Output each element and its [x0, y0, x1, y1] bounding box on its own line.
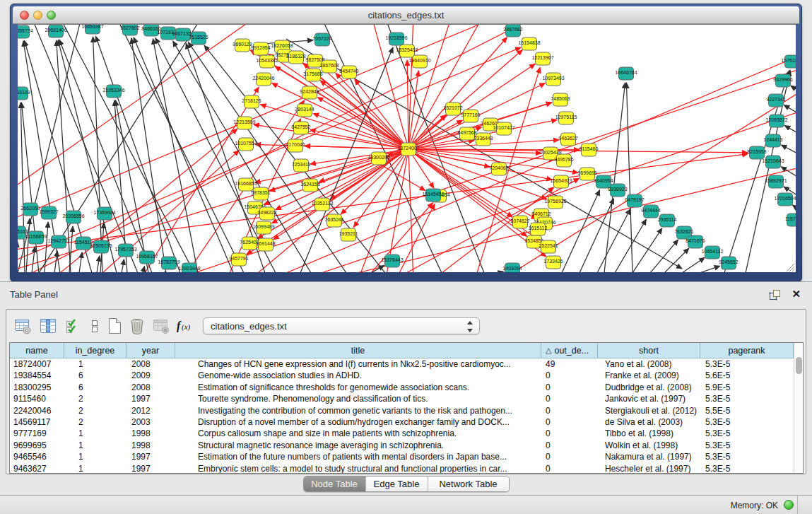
graph-node[interactable]: 22420046	[252, 73, 274, 86]
graph-node[interactable]: 1935211	[339, 228, 358, 241]
graph-node[interactable]: 17957253	[114, 244, 136, 257]
graph-node[interactable]: 16648784	[615, 67, 637, 80]
table-cell[interactable]: Structural magnetic resonance image aver…	[175, 440, 541, 451]
graph-node[interactable]: 2718126	[242, 95, 261, 108]
table-cell[interactable]: 1	[64, 358, 126, 370]
table-cell[interactable]: 9699695	[10, 440, 64, 451]
graph-node[interactable]: 15376443	[381, 255, 403, 267]
graph-node[interactable]: 8454749	[339, 66, 358, 78]
row-check-icon[interactable]	[64, 317, 83, 335]
graph-node[interactable]: 15892971	[765, 175, 787, 188]
table-cell[interactable]: 1	[64, 451, 126, 462]
graph-node[interactable]: 9329966	[773, 74, 792, 87]
graph-node[interactable]: 7253411	[292, 159, 311, 172]
table-cell[interactable]: 14569117	[10, 416, 64, 428]
table-cell[interactable]: Dudbridge et al. (2008)	[598, 382, 700, 393]
table-cell[interactable]: 1	[64, 428, 126, 439]
table-cell[interactable]: Estimation of significance thresholds fo…	[175, 382, 541, 393]
graph-node[interactable]: 16099489	[252, 221, 274, 234]
new-document-icon[interactable]	[105, 317, 124, 335]
table-row[interactable]: 969969511998Structural magnetic resonanc…	[10, 440, 794, 451]
graph-node[interactable]: 2663109	[18, 87, 30, 100]
table-cell[interactable]: 1998	[126, 428, 175, 439]
graph-node[interactable]: 8471676	[686, 235, 705, 248]
graph-node[interactable]: 9245652	[719, 257, 738, 269]
table-row[interactable]: 1830029562008Estimation of significance …	[10, 382, 794, 393]
table-cell[interactable]: 5.9E-5	[700, 382, 794, 393]
graph-node[interactable]: 10352113	[312, 198, 334, 211]
graph-node[interactable]: 12923448	[178, 263, 200, 272]
graph-node[interactable]: 9860128	[233, 39, 252, 52]
table-cell[interactable]: 0	[541, 370, 598, 381]
graph-node[interactable]: 10107554	[235, 138, 257, 151]
graph-node[interactable]: 1527602	[120, 25, 139, 35]
column-header-short[interactable]: short	[598, 343, 700, 358]
table-cell[interactable]: 9777169	[10, 428, 64, 439]
table-cell[interactable]: 9115460	[10, 393, 64, 404]
table-cell[interactable]: 0	[541, 463, 598, 474]
table-cell[interactable]: 9463627	[10, 463, 64, 474]
graph-node[interactable]: 1624153	[300, 179, 319, 192]
graph-node[interactable]: 15751874	[781, 55, 796, 68]
graph-node[interactable]: 12975115	[555, 112, 577, 124]
graph-node[interactable]: 2887682	[503, 25, 522, 37]
table-cell[interactable]: 5.3E-5	[700, 428, 794, 439]
graph-node[interactable]: 7204067	[489, 163, 508, 175]
graph-node[interactable]: 7515526	[189, 32, 208, 45]
graph-node[interactable]: 17016504	[774, 193, 796, 206]
table-cell[interactable]: Nakamura et al. (1997)	[598, 451, 700, 462]
table-cell[interactable]: 1997	[126, 451, 175, 462]
table-cell[interactable]: 5.3E-5	[700, 393, 794, 404]
graph-node[interactable]: 1691448	[256, 238, 275, 251]
table-cell[interactable]: 18300295	[10, 382, 64, 393]
column-header-pagerank[interactable]: pagerank	[700, 343, 794, 358]
graph-node[interactable]: 1615112	[529, 223, 548, 235]
table-cell[interactable]: 49	[541, 358, 598, 370]
graph-node[interactable]: 10654112	[702, 246, 724, 259]
table-cell[interactable]: Jankovic et al. (1997)	[598, 393, 700, 404]
table-cell[interactable]: 2	[64, 393, 126, 404]
window-titlebar[interactable]: citations_edges.txt	[13, 6, 799, 24]
graph-node[interactable]: 1733426	[543, 256, 563, 269]
tab-network-table[interactable]: Network Table	[428, 477, 509, 491]
table-cell[interactable]: Wolkin et al. (1998)	[598, 440, 700, 451]
graph-node[interactable]: 7635241	[324, 214, 343, 227]
graph-node[interactable]: 2935114	[658, 214, 677, 227]
table-cell[interactable]: 2012	[126, 405, 175, 416]
graph-node[interactable]: 21053346	[102, 85, 124, 98]
graph-node[interactable]: 9457791	[229, 253, 248, 266]
graph-node[interactable]: 12942757	[47, 235, 69, 248]
graph-node[interactable]: 1599327	[39, 206, 58, 219]
table-cell[interactable]: Estimation of the future numbers of pati…	[175, 451, 541, 462]
table-cell[interactable]: 2008	[126, 358, 175, 370]
graph-node[interactable]: 10958167	[136, 251, 158, 264]
table-vertical-scrollbar[interactable]	[794, 343, 803, 473]
trash-icon[interactable]	[128, 317, 146, 335]
table-cell[interactable]: 6	[64, 382, 126, 393]
graph-node[interactable]: 19756928	[544, 196, 566, 209]
table-cell[interactable]: 9465546	[10, 451, 64, 462]
graph-node[interactable]: 16210643	[762, 156, 784, 168]
table-cell[interactable]: Corpus callosum shape and size in male p…	[175, 428, 541, 439]
table-cell[interactable]: Franke et al. (2009)	[598, 370, 700, 381]
table-cell[interactable]: 5.3E-5	[700, 451, 794, 462]
table-cell[interactable]: 2003	[126, 416, 175, 428]
table-row[interactable]: 946554611997Estimation of the future num…	[10, 451, 794, 462]
graph-node[interactable]: 7485063	[551, 93, 570, 106]
table-cell[interactable]: Yano et al. (2008)	[598, 358, 700, 370]
table-cell[interactable]: Disruption of a novel member of a sodium…	[175, 416, 541, 428]
table-column-icon[interactable]	[39, 317, 57, 335]
graph-node[interactable]: 9463627	[558, 133, 577, 146]
table-cell[interactable]: 19384554	[10, 370, 64, 381]
table-cell[interactable]: 0	[541, 451, 598, 462]
graph-node[interactable]: 9242848	[300, 86, 319, 99]
table-cell[interactable]: 2008	[126, 382, 175, 393]
graph-node[interactable]: 6479197	[625, 194, 644, 207]
table-cell[interactable]: 0	[541, 393, 598, 404]
table-row[interactable]: 977716911998Corpus callosum shape and si…	[10, 428, 794, 439]
table-row[interactable]: 911546021997Tourette syndrome. Phenomeno…	[10, 393, 794, 404]
graph-node[interactable]: 8912954	[251, 42, 270, 55]
tab-edge-table[interactable]: Edge Table	[366, 477, 428, 491]
graph-node[interactable]: 10973493	[542, 73, 564, 86]
table-cell[interactable]: 5.3E-5	[700, 463, 794, 474]
